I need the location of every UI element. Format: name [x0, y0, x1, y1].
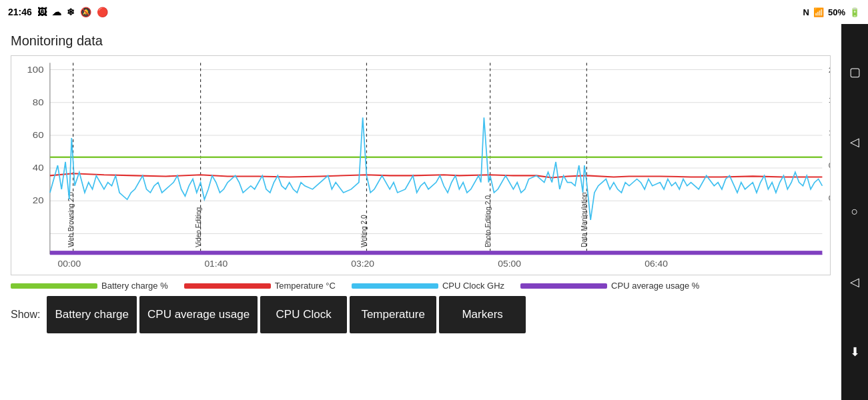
svg-text:Video Editing: Video Editing — [193, 207, 202, 247]
svg-text:Photo Editing 2.0: Photo Editing 2.0 — [483, 195, 492, 247]
status-left: 21:46 🖼 ☁ ❄ 🔕 🔴 — [8, 7, 108, 17]
nav-download-btn[interactable]: ⬇ — [844, 341, 865, 363]
svg-text:100: 100 — [27, 64, 44, 74]
status-bar: 21:46 🖼 ☁ ❄ 🔕 🔴 N 📶 50% 🔋 — [0, 0, 868, 24]
legend-usage: CPU average usage % — [520, 281, 699, 291]
legend-usage-label: CPU average usage % — [611, 281, 699, 291]
legend-clock-label: CPU Clock GHz — [442, 281, 504, 291]
svg-text:20: 20 — [33, 195, 44, 205]
panel: Monitoring data 100 80 60 40 20 — [0, 24, 841, 400]
btn-markers[interactable]: Markers — [439, 296, 526, 333]
legend-clock-color — [352, 283, 438, 289]
btn-battery-charge[interactable]: Battery charge — [47, 296, 137, 333]
show-label: Show: — [11, 309, 40, 321]
legend-row: Battery charge % Temperature °C CPU Cloc… — [11, 281, 831, 291]
battery-icon: 🔋 — [849, 7, 860, 17]
btn-cpu-average-usage[interactable]: CPU average usage — [139, 296, 258, 333]
right-nav: ▢ ◁ ○ ◁ ⬇ — [841, 24, 868, 400]
legend-temp: Temperature °C — [184, 281, 336, 291]
svg-text:Data Manipulation: Data Manipulation — [580, 192, 588, 247]
legend-battery-label: Battery charge % — [101, 281, 168, 291]
main-content: Monitoring data 100 80 60 40 20 — [0, 24, 841, 400]
svg-text:60: 60 — [33, 130, 44, 140]
svg-text:0.4GHz: 0.4GHz — [829, 194, 830, 203]
nav-back-btn[interactable]: ◁ — [844, 271, 865, 293]
battery-percent: 50% — [828, 7, 845, 17]
legend-temp-label: Temperature °C — [275, 281, 336, 291]
svg-text:Writing 2.0: Writing 2.0 — [360, 215, 368, 247]
svg-text:2GHz: 2GHz — [829, 65, 830, 74]
svg-text:1.6GHz: 1.6GHz — [829, 95, 830, 104]
legend-usage-color — [520, 283, 607, 289]
chart-svg: 100 80 60 40 20 2GHz 1.6GHz 1.2GHz 0.8GH… — [11, 56, 830, 275]
svg-text:06:40: 06:40 — [644, 259, 668, 268]
svg-text:40: 40 — [33, 163, 44, 173]
wifi-icon: 📶 — [813, 7, 824, 17]
svg-text:0.8GHz: 0.8GHz — [829, 161, 830, 170]
status-right: N 📶 50% 🔋 — [803, 7, 860, 17]
nfc-icon: N — [803, 7, 809, 17]
btn-temperature[interactable]: Temperature — [350, 296, 436, 333]
svg-text:1.2GHz: 1.2GHz — [829, 129, 830, 137]
legend-battery: Battery charge % — [11, 281, 168, 291]
nav-chevron-left-btn[interactable]: ◁ — [844, 131, 865, 153]
nav-square-btn[interactable]: ▢ — [844, 61, 865, 83]
btn-cpu-clock[interactable]: CPU Clock — [260, 296, 347, 333]
time: 21:46 — [8, 7, 32, 17]
legend-temp-color — [184, 283, 271, 289]
svg-text:00:00: 00:00 — [57, 259, 81, 268]
svg-text:05:00: 05:00 — [498, 259, 521, 268]
svg-text:Web Browsing 2.0: Web Browsing 2.0 — [66, 192, 75, 247]
svg-text:80: 80 — [33, 97, 44, 107]
notification-icon: 🔕 — [80, 7, 91, 17]
svg-text:03:20: 03:20 — [351, 259, 374, 268]
svg-rect-35 — [50, 251, 823, 255]
chart-wrapper: 100 80 60 40 20 2GHz 1.6GHz 1.2GHz 0.8GH… — [11, 55, 831, 275]
svg-rect-0 — [11, 56, 830, 275]
legend-battery-color — [11, 283, 97, 289]
snowflake-icon: ❄ — [67, 7, 75, 17]
legend-clock: CPU Clock GHz — [352, 281, 504, 291]
show-row: Show: Battery charge CPU average usage C… — [11, 296, 831, 333]
panel-title: Monitoring data — [11, 33, 831, 49]
alert-icon: 🔴 — [97, 7, 108, 17]
weather-icon: ☁ — [52, 7, 61, 17]
gallery-icon: 🖼 — [37, 7, 47, 17]
nav-circle-btn[interactable]: ○ — [844, 201, 865, 223]
svg-text:01:40: 01:40 — [204, 259, 228, 268]
